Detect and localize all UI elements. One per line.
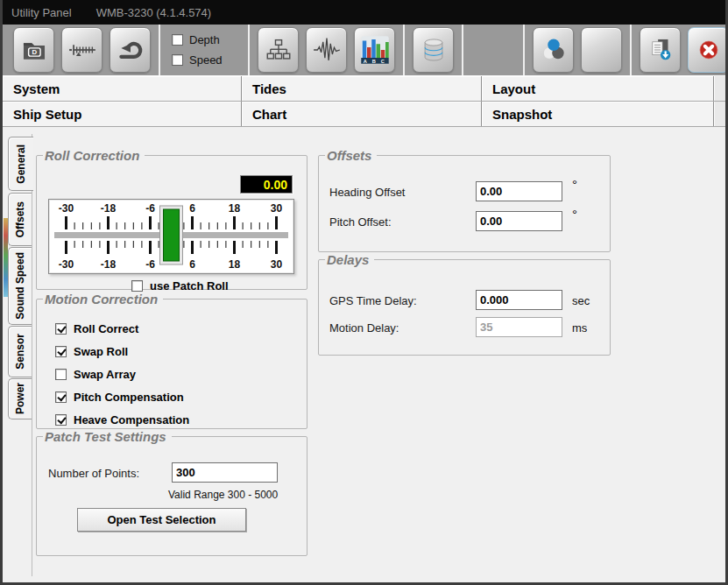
pitch-offset-input[interactable] [476,211,562,231]
offsets-group: Offsets Heading Offset ° Pitch Offset: ° [318,148,611,252]
swap-roll-box[interactable] [55,346,67,357]
svg-text:18: 18 [229,258,241,271]
svg-text:D: D [32,48,37,56]
waveform-icon [312,35,342,65]
use-patch-roll-checkbox[interactable]: use Patch Roll [131,279,229,292]
gps-time-delay-input[interactable] [476,290,562,310]
side-tab-general[interactable]: General [8,137,33,191]
use-patch-roll-box[interactable] [131,280,143,292]
export-button[interactable] [640,27,681,73]
heave-compensation-checkbox[interactable]: Heave Compensation [55,413,189,426]
color-circles-button[interactable] [533,27,574,73]
number-of-points-input[interactable] [172,462,278,483]
track-scale-button[interactable] [61,27,102,73]
bar-chart-abc-icon: A B C [359,34,391,66]
doc-title: WMB-3230 (4.1.4.574) [96,6,212,19]
nav-row-end [714,102,725,126]
nav-row-end [714,76,725,101]
toolbar-separator [630,25,632,75]
close-button[interactable] [688,27,728,73]
patch-test-group: Patch Test Settings Number of Points: Va… [36,429,307,556]
heading-offset-label: Heading Offset [329,186,405,199]
roll-correction-title: Roll Correction [43,148,145,163]
motion-correction-title: Motion Correction [43,292,163,307]
side-tab-power[interactable]: Power [8,378,32,419]
heave-compensation-box[interactable] [55,414,67,426]
data-folder-button[interactable]: D [13,27,54,73]
svg-text:-6: -6 [145,202,155,215]
waveform-button[interactable] [306,27,347,73]
svg-text:18: 18 [229,202,241,215]
depth-checkbox[interactable]: Depth [172,33,235,46]
utility-panel-window: Utility Panel WMB-3230 (4.1.4.574) D [0,0,728,585]
tab-chart[interactable]: Chart [242,102,482,126]
toolbar-separator [523,25,525,75]
network-tree-icon [264,35,293,65]
motion-correction-group: Motion Correction Roll Correct Swap Roll… [36,292,307,429]
motion-delay-unit: ms [572,321,587,335]
swap-roll-checkbox[interactable]: Swap Roll [55,345,128,358]
close-x-icon [694,35,724,65]
pitch-offset-label: Pitch Offset: [329,215,392,229]
roll-correction-group: Roll Correction 0.00 -30-30-18-18-6-6661… [36,148,307,290]
svg-text:-30: -30 [59,202,74,215]
side-tab-sensor[interactable]: Sensor [8,326,32,377]
network-button[interactable] [258,27,299,73]
data-folder-icon: D [19,35,49,65]
speed-checkbox-box[interactable] [172,54,183,66]
track-scale-icon [67,35,97,65]
toolbar: D [3,25,725,75]
toolbar-separator [159,25,160,75]
svg-text:6: 6 [189,202,195,215]
number-of-points-label: Number of Points: [48,467,139,480]
roll-value-display: 0.00 [240,175,293,194]
tab-ship-setup[interactable]: Ship Setup [3,102,242,126]
database-icon [419,35,449,65]
database-button[interactable] [413,27,454,73]
svg-text:-18: -18 [101,258,117,271]
tab-tides[interactable]: Tides [242,76,482,101]
content-panel-edge [32,134,32,576]
gps-time-delay-unit: sec [572,294,590,307]
depth-checkbox-box[interactable] [172,34,183,46]
svg-text:-30: -30 [59,258,74,271]
heading-offset-input[interactable] [476,181,562,201]
motion-delay-label: Motion Delay: [329,321,399,335]
night-mode-button[interactable] [581,27,622,73]
tab-layout[interactable]: Layout [482,76,714,101]
color-circles-icon [539,35,569,65]
roll-correct-checkbox[interactable]: Roll Correct [55,322,138,335]
toolbar-separator [462,25,463,75]
app-title: Utility Panel [11,6,72,19]
main-content: General Offsets Sound Speed Sensor Power… [3,127,725,583]
offsets-title: Offsets [325,148,377,163]
tab-snapshot[interactable]: Snapshot [482,102,714,126]
delays-title: Delays [325,252,374,267]
pitch-offset-unit: ° [572,207,577,222]
roll-correct-box[interactable] [55,323,67,335]
roll-slider[interactable]: -30-30-18-18-6-66618183030 [48,199,294,274]
side-tab-offsets[interactable]: Offsets [8,193,32,246]
swap-array-box[interactable] [55,369,67,380]
delays-group: Delays GPS Time Delay: sec Motion Delay:… [318,252,611,356]
copy-export-icon [646,35,675,65]
side-tab-sound-speed[interactable]: Sound Speed [8,247,32,325]
motion-delay-input [476,317,562,337]
pitch-compensation-checkbox[interactable]: Pitch Compensation [55,391,184,404]
pitch-compensation-box[interactable] [55,391,67,403]
undo-button[interactable] [110,27,151,73]
swap-array-checkbox[interactable]: Swap Array [55,368,136,381]
svg-text:-6: -6 [145,258,155,271]
speed-checkbox[interactable]: Speed [172,53,235,67]
abc-chart-button[interactable]: A B C [354,27,395,73]
nav-row-1: System Tides Layout [3,76,725,102]
nav-tab-rows: System Tides Layout Ship Setup Chart Sna… [3,75,725,127]
toolbar-checkboxes: Depth Speed [172,33,235,67]
tab-system[interactable]: System [3,76,242,101]
svg-text:30: 30 [271,258,283,271]
toolbar-separator [403,25,405,75]
patch-test-title: Patch Test Settings [43,429,172,444]
svg-text:6: 6 [189,258,195,271]
heading-offset-unit: ° [572,177,577,192]
open-test-selection-button[interactable]: Open Test Selection [77,508,246,532]
